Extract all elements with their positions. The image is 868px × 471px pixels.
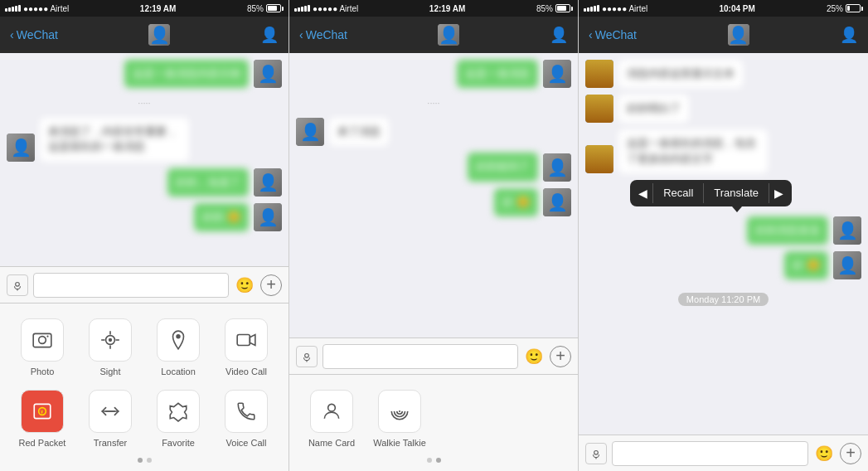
contact-avatar-2 (438, 24, 459, 46)
svg-point-16 (305, 353, 309, 357)
msg-row: 来消息了，内容非常重要，这是很长的一条消息 (7, 118, 282, 161)
action-favorite[interactable]: Favorite (144, 383, 212, 454)
msg-avatar (254, 168, 282, 197)
voice-input-btn-2[interactable] (296, 346, 318, 367)
nav-title-1 (148, 24, 170, 46)
msg-avatar (585, 95, 613, 123)
msg-row: 好 😊 (296, 188, 571, 216)
msg-avatar (833, 216, 861, 245)
status-right-2: 85% (536, 4, 573, 13)
msg-avatar (585, 145, 613, 173)
input-bar-1: 🙂 + (0, 266, 289, 303)
battery-icon-1 (266, 4, 284, 12)
action-label-name-card: Name Card (308, 438, 355, 448)
carrier-1: ●●●●● Airtel (23, 4, 69, 13)
voice-input-btn-1[interactable] (7, 274, 28, 296)
sig-dot (304, 6, 307, 12)
chat-area-3: 消息内容这里显示文本 好的明白了 这是一条很长的消息，包含了更多的内容文字 ◀ (579, 53, 868, 435)
back-btn-2[interactable]: ‹ WeChat (299, 28, 347, 41)
action-walkie-talkie[interactable]: Walkie Talkie (366, 383, 434, 454)
back-btn-1[interactable]: ‹ WeChat (10, 28, 58, 41)
phone-panel-2: ●●●●● Airtel 12:19 AM 85% ‹ WeChat 👤 (289, 0, 579, 471)
ctx-left-arrow[interactable]: ◀ (635, 182, 651, 205)
nav-title-2 (438, 24, 459, 46)
status-bar-3: ●●●●● Airtel 10:04 PM 25% (579, 0, 868, 17)
battery-tip-1 (282, 7, 284, 11)
action-photo[interactable]: Photo (8, 312, 76, 383)
message-bubble: 来了消息 (329, 118, 389, 146)
message-bubble: 这是一条消息 (457, 60, 538, 88)
svg-point-18 (328, 404, 336, 411)
add-btn-3[interactable]: + (840, 443, 861, 464)
emoji-btn-3[interactable]: 🙂 (813, 443, 835, 464)
msg-avatar (254, 60, 282, 88)
status-left-2: ●●●●● Airtel (294, 4, 358, 13)
action-icon-box-video-call (225, 318, 268, 362)
sig-dot (12, 7, 14, 12)
battery-tip-2 (571, 7, 573, 11)
action-icon-box-red-packet: ¥ (21, 390, 64, 433)
msg-row: 来了消息 (296, 118, 571, 146)
avatar-img-2 (438, 24, 459, 46)
message-bubble: 好的消息发送 (747, 216, 828, 245)
status-right-3: 25% (827, 4, 863, 13)
action-red-packet[interactable]: ¥ Red Packet (8, 383, 76, 454)
message-bubble: 好 😊 (784, 251, 828, 279)
chat-input-2[interactable] (322, 344, 518, 369)
message-bubble: 来消息了，内容非常重要，这是很长的一条消息 (40, 118, 189, 161)
battery-body-3 (846, 4, 861, 12)
phone-panel-3: ●●●●● Airtel 10:04 PM 25% ‹ WeChat 👤 (579, 0, 868, 471)
emoji-btn-2[interactable]: 🙂 (523, 346, 545, 367)
page-dots-2 (289, 458, 578, 463)
dot-inactive (147, 458, 152, 463)
action-sight[interactable]: Sight (76, 312, 144, 383)
emoji-btn-1[interactable]: 🙂 (234, 274, 255, 296)
msg-row: 好 😊 (585, 251, 861, 279)
ctx-divider (703, 183, 704, 203)
action-label-video-call: Video Call (225, 367, 267, 376)
status-left-3: ●●●●● Airtel (584, 4, 647, 13)
avatar-img (254, 60, 282, 88)
action-transfer[interactable]: Transfer (76, 383, 144, 454)
profile-icon-3[interactable]: 👤 (840, 26, 858, 44)
signal-3 (584, 5, 599, 12)
nav-back-label-2: WeChat (306, 28, 347, 41)
action-icon-box-sight (89, 318, 132, 362)
add-btn-1[interactable]: + (260, 274, 282, 296)
chat-input-1[interactable] (33, 273, 229, 298)
action-voice-call[interactable]: Voice Call (212, 383, 280, 454)
phone-panel-1: ●●●●● Airtel 12:19 AM 85% ‹ WeChat 👤 (0, 0, 289, 471)
sig-dot (590, 7, 593, 12)
profile-icon-2[interactable]: 👤 (550, 26, 568, 44)
avatar-img (585, 145, 613, 173)
avatar-img (833, 251, 861, 279)
action-video-call[interactable]: Video Call (212, 312, 280, 383)
ctx-right-arrow[interactable]: ▶ (771, 182, 787, 205)
add-btn-2[interactable]: + (550, 346, 571, 367)
message-bubble: 好的明白了 (618, 95, 689, 123)
chat-input-3[interactable] (612, 441, 808, 466)
back-btn-3[interactable]: ‹ WeChat (589, 28, 637, 41)
battery-pct-3: 25% (827, 4, 843, 13)
translate-btn[interactable]: Translate (706, 182, 767, 204)
actions-grid-2: Name Card Walkie Talkie (289, 383, 578, 454)
action-location[interactable]: Location (144, 312, 212, 383)
svg-point-4 (46, 336, 48, 337)
svg-point-19 (399, 410, 400, 412)
action-name-card[interactable]: Name Card (298, 383, 366, 454)
time-3: 10:04 PM (719, 4, 754, 13)
recall-btn[interactable]: Recall (655, 182, 701, 204)
profile-icon-1[interactable]: 👤 (260, 26, 279, 44)
battery-pct-2: 85% (536, 4, 553, 13)
action-icon-box-voice-call (225, 390, 268, 433)
ctx-divider (769, 183, 769, 203)
svg-rect-2 (33, 333, 51, 347)
sig-dot (301, 7, 303, 12)
context-menu-wrapper: ◀ Recall Translate ▶ (585, 180, 825, 210)
msg-avatar (254, 203, 282, 231)
timestamp-center: ····· (7, 98, 282, 108)
action-label-walkie-talkie: Walkie Talkie (373, 438, 426, 448)
sig-dot (294, 8, 297, 12)
voice-input-btn-3[interactable] (585, 443, 607, 464)
svg-text:¥: ¥ (41, 409, 44, 415)
